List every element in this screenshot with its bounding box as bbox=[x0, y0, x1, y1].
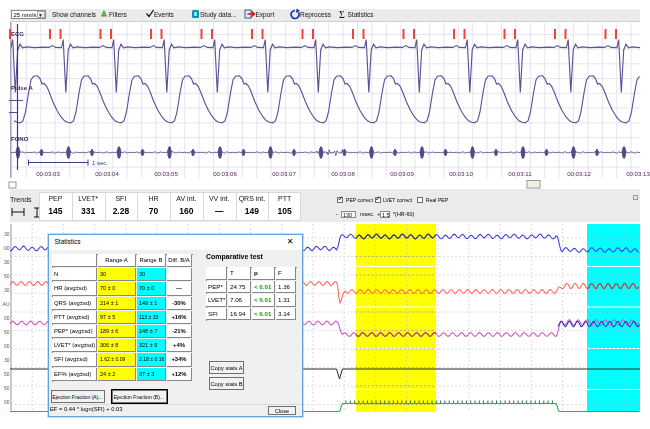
svg-text:FONO: FONO bbox=[11, 136, 29, 142]
svg-text:30: 30 bbox=[4, 259, 10, 265]
svg-text:50: 50 bbox=[4, 273, 10, 279]
svg-text:00: 00 bbox=[4, 315, 10, 321]
svg-text:50: 50 bbox=[4, 329, 10, 335]
svg-text:Σ: Σ bbox=[339, 9, 345, 20]
svg-text:00: 00 bbox=[4, 399, 10, 405]
svg-text:00:03:12: 00:03:12 bbox=[567, 170, 591, 177]
svg-text:00:03:13: 00:03:13 bbox=[626, 170, 650, 177]
svg-text:30: 30 bbox=[4, 287, 10, 293]
svg-text:00: 00 bbox=[4, 343, 10, 349]
svg-text:30: 30 bbox=[4, 357, 10, 363]
svg-text:1 sec.: 1 sec. bbox=[92, 160, 108, 166]
svg-text:00: 00 bbox=[4, 245, 10, 251]
svg-text:ECG: ECG bbox=[11, 31, 24, 37]
svg-text:00:03:05: 00:03:05 bbox=[154, 170, 178, 177]
svg-text:00:03:09: 00:03:09 bbox=[390, 170, 414, 177]
svg-text:Pulse A: Pulse A bbox=[11, 85, 33, 91]
svg-text:00:03:07: 00:03:07 bbox=[272, 170, 296, 177]
svg-text:00:03:04: 00:03:04 bbox=[95, 170, 119, 177]
svg-text:00:03:06: 00:03:06 bbox=[213, 170, 237, 177]
svg-text:00:03:03: 00:03:03 bbox=[36, 170, 60, 177]
svg-text:00:03:10: 00:03:10 bbox=[449, 170, 473, 177]
svg-text:30: 30 bbox=[4, 231, 10, 237]
svg-text:50: 50 bbox=[4, 385, 10, 391]
svg-text:00:03:08: 00:03:08 bbox=[331, 170, 355, 177]
svg-text:00:03:11: 00:03:11 bbox=[508, 170, 532, 177]
svg-text:50: 50 bbox=[4, 371, 10, 377]
svg-text:AU: AU bbox=[3, 301, 10, 307]
